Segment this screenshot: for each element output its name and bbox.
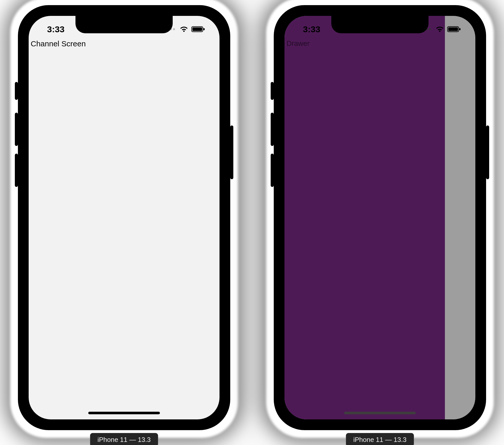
volume-up-button[interactable]	[271, 113, 274, 146]
svg-rect-5	[459, 28, 461, 30]
svg-rect-4	[448, 27, 458, 31]
wifi-icon	[180, 26, 188, 33]
battery-icon	[191, 26, 205, 33]
svg-rect-1	[192, 27, 202, 31]
drawer-panel[interactable]	[284, 16, 445, 419]
volume-up-button[interactable]	[15, 113, 18, 146]
page-title: Channel Screen	[31, 39, 86, 48]
mute-switch[interactable]	[271, 82, 274, 100]
status-time: 3:33	[297, 24, 320, 34]
svg-rect-2	[203, 28, 205, 30]
device-screen[interactable]: 3:33 Drawer	[284, 16, 475, 419]
page-title: Drawer	[287, 39, 310, 48]
volume-down-button[interactable]	[271, 154, 274, 187]
battery-icon	[447, 26, 461, 33]
home-indicator[interactable]	[88, 412, 160, 414]
home-indicator[interactable]	[344, 412, 416, 414]
device-label: iPhone 11 — 13.3	[90, 433, 158, 445]
power-button[interactable]	[230, 125, 233, 179]
device-label: iPhone 11 — 13.3	[346, 433, 414, 445]
device-right: 3:33 Drawer iPhone 11 — 13.3	[274, 5, 486, 430]
device-notch	[75, 15, 173, 33]
mute-switch[interactable]	[15, 82, 18, 100]
power-button[interactable]	[486, 125, 489, 179]
status-time: 3:33	[41, 24, 64, 34]
volume-down-button[interactable]	[15, 154, 18, 187]
wifi-icon	[435, 26, 444, 33]
simulator-comparison: 3:33 Channel Screen iPhone 11 — 13.3	[0, 0, 504, 445]
device-left: 3:33 Channel Screen iPhone 11 — 13.3	[18, 5, 230, 430]
device-screen[interactable]: 3:33 Channel Screen	[29, 16, 220, 419]
device-notch	[331, 15, 429, 33]
